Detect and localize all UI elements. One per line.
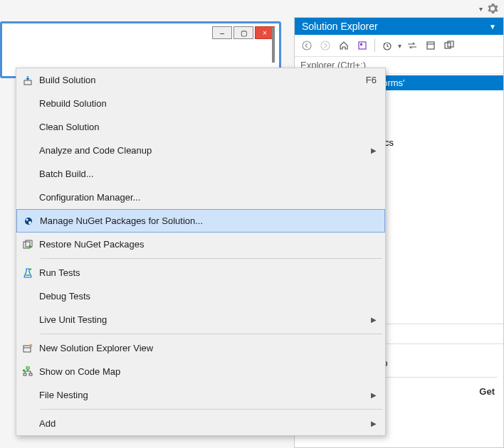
svg-rect-18: [23, 373, 26, 375]
panel-dropdown-icon[interactable]: ▼: [489, 23, 496, 31]
menu-label: Configuration Manager...: [39, 192, 377, 203]
svg-rect-13: [23, 242, 30, 248]
menu-item-show-on-code-map[interactable]: Show on Code Map: [16, 360, 385, 383]
svg-point-10: [25, 218, 32, 225]
solution-explorer-title: Solution Explorer: [302, 21, 378, 32]
maximize-icon[interactable]: ▢: [233, 26, 253, 39]
menu-label: Restore NuGet Packages: [39, 239, 377, 250]
dropdown-arrow-icon[interactable]: ▾: [479, 5, 483, 13]
top-toolbar: ▾: [0, 0, 504, 17]
menu-label: Show on Code Map: [39, 366, 377, 377]
menu-item-build-solution[interactable]: Build SolutionF6: [16, 68, 385, 92]
menu-label: Debug Tests: [39, 291, 377, 302]
menu-label: Live Unit Testing: [39, 314, 365, 325]
menu-item-configuration-manager[interactable]: Configuration Manager...: [16, 186, 385, 209]
svg-rect-9: [24, 80, 31, 85]
show-all-icon[interactable]: [441, 38, 457, 53]
menu-label: Clean Solution: [39, 122, 377, 132]
solution-toolbar: ▾: [295, 35, 503, 57]
submenu-arrow-icon: ▶: [371, 420, 377, 427]
sync-icon[interactable]: [404, 38, 420, 53]
menu-label: Manage NuGet Packages for Solution...: [40, 215, 376, 226]
menu-item-manage-nuget-packages-for-solution[interactable]: Manage NuGet Packages for Solution...: [16, 209, 385, 233]
switch-view-icon[interactable]: [355, 38, 370, 53]
resize-handle[interactable]: [272, 27, 275, 63]
svg-point-1: [321, 41, 330, 50]
svg-point-11: [26, 218, 28, 220]
svg-point-12: [28, 221, 31, 224]
solution-explorer-header: Solution Explorer ▼: [295, 18, 503, 35]
menu-separator: [41, 334, 382, 334]
submenu-arrow-icon: ▶: [371, 316, 377, 324]
nuget-icon: [17, 215, 40, 227]
forward-icon[interactable]: [317, 38, 333, 53]
chevron-down-icon[interactable]: ▾: [398, 42, 401, 50]
menu-item-run-tests[interactable]: Run Tests: [16, 261, 385, 284]
svg-rect-14: [26, 240, 32, 247]
gear-icon[interactable]: [487, 3, 498, 14]
menu-label: Build Solution: [39, 75, 352, 85]
svg-rect-17: [26, 367, 29, 369]
svg-rect-15: [23, 346, 31, 352]
menu-separator: [41, 258, 382, 259]
menu-item-batch-build[interactable]: Batch Build...: [16, 162, 385, 186]
menu-item-clean-solution[interactable]: Clean Solution: [16, 115, 385, 139]
menu-label: Batch Build...: [39, 169, 377, 179]
menu-item-new-solution-explorer-view[interactable]: New Solution Explorer View: [16, 336, 385, 360]
menu-label: Analyze and Code Cleanup: [39, 145, 365, 156]
menu-label: Run Tests: [39, 267, 377, 278]
svg-rect-19: [29, 373, 32, 375]
menu-shortcut: F6: [366, 75, 377, 85]
menu-label: File Nesting: [39, 390, 365, 400]
menu-item-analyze-and-code-cleanup[interactable]: Analyze and Code Cleanup▶: [16, 139, 385, 162]
history-icon[interactable]: [379, 38, 395, 53]
build-icon: [16, 75, 39, 86]
solution-context-menu: Build SolutionF6Rebuild SolutionClean So…: [16, 68, 386, 436]
submenu-arrow-icon: ▶: [371, 146, 377, 154]
svg-rect-3: [360, 43, 362, 46]
restore-icon: [16, 239, 39, 250]
home-icon[interactable]: [336, 38, 352, 53]
menu-separator: [41, 409, 382, 410]
collapse-icon[interactable]: [423, 38, 439, 53]
svg-point-0: [303, 41, 311, 50]
svg-rect-5: [427, 42, 434, 49]
menu-item-live-unit-testing[interactable]: Live Unit Testing▶: [16, 308, 385, 331]
codemap-icon: [16, 366, 39, 378]
menu-item-debug-tests[interactable]: Debug Tests: [16, 284, 385, 308]
submenu-arrow-icon: ▶: [371, 391, 377, 399]
menu-label: Add: [39, 418, 365, 429]
menu-item-file-nesting[interactable]: File Nesting▶: [16, 383, 385, 407]
menu-label: Rebuild Solution: [39, 98, 377, 109]
minimize-icon[interactable]: –: [212, 26, 232, 39]
flask-icon: [16, 267, 39, 279]
menu-label: New Solution Explorer View: [39, 343, 377, 353]
properties-value: Get: [479, 386, 495, 397]
menu-item-rebuild-solution[interactable]: Rebuild Solution: [16, 92, 385, 115]
back-icon[interactable]: [299, 38, 315, 53]
menu-item-add[interactable]: Add▶: [16, 412, 385, 435]
menu-item-restore-nuget-packages[interactable]: Restore NuGet Packages: [16, 233, 385, 256]
new-view-icon: [16, 343, 39, 354]
